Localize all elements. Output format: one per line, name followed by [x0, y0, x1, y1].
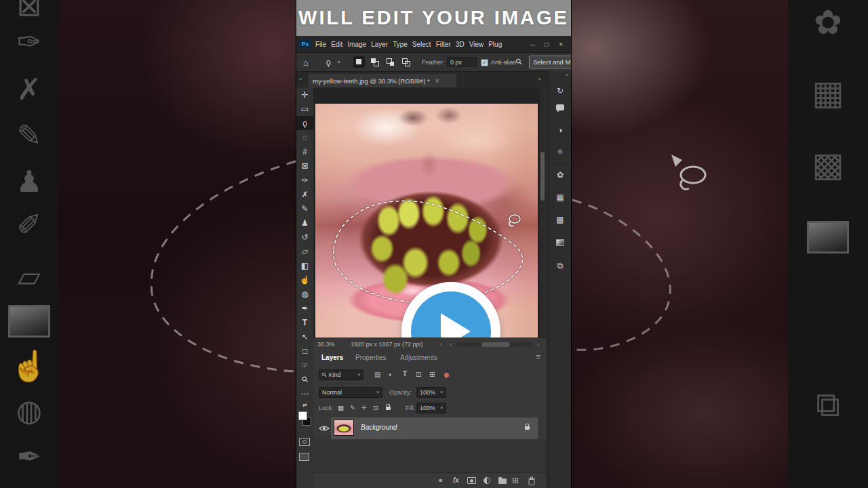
- menu-layer[interactable]: Layer: [371, 41, 388, 48]
- filter-adjustment-icon[interactable]: ◐: [389, 371, 393, 378]
- horizontal-scrollbar[interactable]: [456, 342, 532, 347]
- type-tool[interactable]: T: [296, 315, 313, 329]
- tab-adjustments[interactable]: Adjustments: [400, 354, 437, 361]
- layer-filter-kind-dropdown[interactable]: ⚲ Kind ▾: [319, 369, 363, 380]
- eraser-tool[interactable]: ▱: [296, 244, 313, 258]
- palette-panel-icon[interactable]: ✿: [549, 167, 571, 182]
- layer-visibility-eye-icon[interactable]: [319, 425, 330, 432]
- filter-smart-object-icon[interactable]: ⊞: [429, 371, 435, 378]
- new-selection-mode[interactable]: [353, 56, 365, 68]
- add-mask-icon[interactable]: [467, 477, 476, 484]
- toolbar-ellipsis[interactable]: ⋯: [296, 386, 313, 401]
- menu-edit[interactable]: Edit: [331, 41, 342, 48]
- document-tab[interactable]: my-yellow-teeth.jpg @ 30.3% (RGB/8#) * ×: [309, 74, 456, 88]
- learn-nodes-panel-icon[interactable]: ⚛: [549, 144, 571, 159]
- swap-colors-icon[interactable]: ⇄: [296, 401, 313, 410]
- layer-name[interactable]: Background: [361, 424, 397, 431]
- zoom-level-field[interactable]: 30.3%: [317, 341, 335, 348]
- maximize-button[interactable]: □: [545, 41, 549, 48]
- clone-stamp-tool[interactable]: ♟: [296, 216, 313, 230]
- lock-all-icon[interactable]: [386, 407, 391, 410]
- dodge-tool[interactable]: ◍: [296, 287, 313, 301]
- status-chevron-icon[interactable]: ›: [440, 341, 442, 348]
- lasso-tool-icon[interactable]: ϙ: [326, 58, 331, 67]
- vertical-scrollbar-thumb[interactable]: [540, 152, 545, 201]
- menu-select[interactable]: Select: [412, 41, 431, 48]
- move-tool[interactable]: ✛: [296, 87, 313, 102]
- dock-collapse-icon[interactable]: «: [566, 72, 568, 78]
- filter-type-icon[interactable]: T: [403, 370, 407, 378]
- filter-pixel-icon[interactable]: ▤: [374, 371, 380, 378]
- menu-filter[interactable]: Filter: [436, 41, 451, 48]
- layer-row-background[interactable]: Background: [331, 418, 538, 439]
- new-layer-icon[interactable]: ⊞: [512, 476, 519, 485]
- layer-style-fx-icon[interactable]: fx: [453, 476, 459, 484]
- marquee-tool[interactable]: ▭: [296, 102, 313, 116]
- menu-image[interactable]: Image: [347, 41, 366, 48]
- crop-tool[interactable]: #: [296, 144, 313, 159]
- filter-toggle[interactable]: [444, 373, 449, 378]
- feather-input[interactable]: 0 px: [447, 57, 477, 67]
- minimize-button[interactable]: –: [531, 41, 535, 48]
- add-selection-mode[interactable]: [369, 56, 380, 68]
- tab-scroll-right-icon[interactable]: «: [538, 76, 541, 82]
- rectangle-tool[interactable]: □: [296, 344, 313, 358]
- anti-alias-checkbox[interactable]: ✓: [481, 59, 488, 66]
- history-brush-tool[interactable]: ↺: [296, 230, 313, 244]
- gradient-tool[interactable]: ◧: [296, 258, 313, 272]
- hscroll-left-arrow[interactable]: ‹: [450, 341, 452, 348]
- frame-tool[interactable]: ⊠: [296, 159, 313, 173]
- quick-mask-button[interactable]: [299, 438, 310, 446]
- smudge-tool[interactable]: ☝: [296, 272, 313, 287]
- intersect-selection-mode[interactable]: [400, 56, 412, 68]
- hscroll-right-arrow[interactable]: ›: [537, 341, 539, 348]
- layer-thumbnail[interactable]: [334, 420, 354, 436]
- lock-transparency-icon[interactable]: ▦: [338, 404, 344, 411]
- menu-plugins[interactable]: Plug: [488, 41, 502, 48]
- color-panel-icon[interactable]: ◑: [549, 123, 571, 138]
- tab-properties[interactable]: Properties: [355, 354, 387, 361]
- gradients-panel-icon[interactable]: [549, 235, 571, 250]
- eyedropper-tool[interactable]: ✑: [296, 173, 313, 187]
- opacity-field[interactable]: 100% ▾: [416, 387, 446, 398]
- pen-tool[interactable]: ✒: [296, 301, 313, 315]
- menu-type[interactable]: Type: [393, 41, 408, 48]
- menu-3d[interactable]: 3D: [456, 41, 465, 48]
- path-selection-tool[interactable]: ↖: [296, 329, 313, 344]
- history-panel-icon[interactable]: ↻: [549, 83, 571, 98]
- blend-mode-dropdown[interactable]: Normal ▾: [319, 387, 382, 398]
- tab-scroll-left-icon[interactable]: »: [299, 76, 302, 82]
- horizontal-scrollbar-thumb[interactable]: [481, 342, 510, 347]
- patterns-panel-icon[interactable]: ▦: [549, 190, 571, 205]
- foreground-color-swatch[interactable]: [298, 411, 307, 420]
- screen-mode-button[interactable]: [299, 453, 309, 461]
- subtract-selection-mode[interactable]: [384, 56, 396, 68]
- object-selection-tool[interactable]: ◌: [296, 130, 313, 144]
- menu-view[interactable]: View: [469, 41, 484, 48]
- lock-artboard-icon[interactable]: ⊡: [373, 404, 378, 411]
- home-icon[interactable]: ⌂: [303, 58, 309, 68]
- brush-tool[interactable]: ✎: [296, 201, 313, 216]
- new-group-icon[interactable]: [498, 479, 507, 484]
- tab-close-icon[interactable]: ×: [435, 77, 439, 85]
- close-button[interactable]: ×: [559, 41, 563, 48]
- swatches-panel-icon[interactable]: ▩: [549, 212, 571, 227]
- libraries-panel-icon[interactable]: ⧉: [549, 258, 571, 273]
- lasso-tool[interactable]: ϙ: [296, 116, 313, 130]
- lock-paint-icon[interactable]: ✎: [350, 404, 355, 411]
- select-and-mask-button[interactable]: Select and Mas: [529, 56, 571, 68]
- vertical-scrollbar[interactable]: [540, 87, 545, 338]
- fill-field[interactable]: 100% ▾: [416, 403, 446, 413]
- delete-layer-trash-icon[interactable]: [528, 476, 536, 486]
- video-frame[interactable]: WILL EDIT YOUR IMAGE Ps File Edit Image …: [296, 0, 571, 488]
- link-layers-icon[interactable]: ⚭: [437, 476, 443, 485]
- comments-panel-icon[interactable]: [549, 100, 571, 115]
- menu-file[interactable]: File: [315, 41, 326, 48]
- tool-preset-dropdown-icon[interactable]: ▾: [338, 60, 340, 65]
- adjustment-layer-icon[interactable]: [484, 477, 490, 484]
- lock-position-icon[interactable]: ✛: [361, 404, 367, 411]
- tab-layers[interactable]: Layers: [321, 354, 343, 361]
- healing-brush-tool[interactable]: ✗: [296, 187, 313, 201]
- panel-menu-icon[interactable]: ≡: [536, 352, 540, 361]
- canvas-area[interactable]: [313, 87, 540, 338]
